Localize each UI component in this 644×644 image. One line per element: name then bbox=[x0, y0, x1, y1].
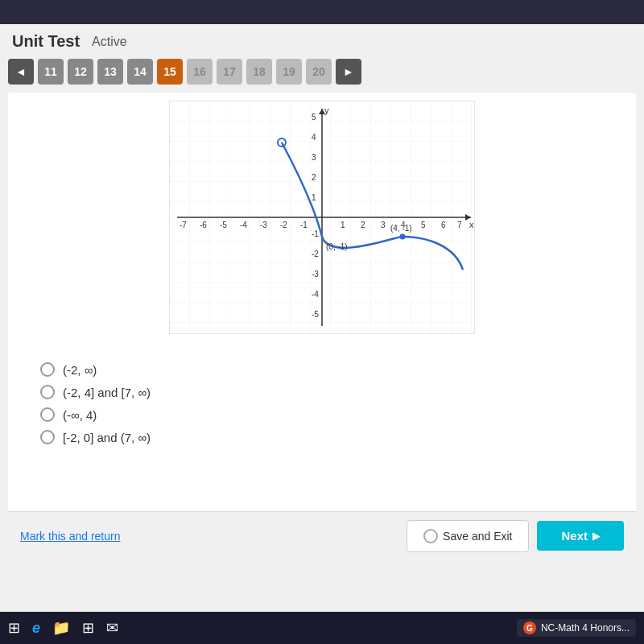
svg-text:-7: -7 bbox=[180, 221, 187, 229]
active-status: Active bbox=[92, 35, 127, 49]
svg-text:2: 2 bbox=[312, 173, 316, 182]
save-exit-button[interactable]: Save and Exit bbox=[407, 520, 529, 552]
unit-test-title: Unit Test bbox=[12, 32, 80, 51]
option-3-label: (-∞, 4) bbox=[63, 408, 97, 422]
page-19-button[interactable]: 19 bbox=[276, 59, 302, 85]
option-2-label: (-2, 4] and [7, ∞) bbox=[63, 386, 151, 399]
page-15-button[interactable]: 15 bbox=[157, 59, 183, 85]
point0-label: (0, -1) bbox=[326, 242, 348, 251]
option-4-radio[interactable] bbox=[40, 430, 55, 444]
page-navigation: ◄ 11 12 13 14 15 16 17 18 19 20 ► bbox=[0, 55, 644, 89]
x-axis-label: x bbox=[469, 220, 474, 229]
svg-text:4: 4 bbox=[312, 133, 316, 142]
taskbar-mail[interactable]: ✉ bbox=[106, 619, 118, 637]
point4-dot bbox=[400, 234, 406, 240]
taskbar: ⊞ e 📁 ⊞ ✉ G NC-Math 4 Honors... bbox=[0, 612, 644, 644]
option-3-row[interactable]: (-∞, 4) bbox=[40, 407, 604, 422]
svg-text:-3: -3 bbox=[260, 221, 267, 229]
option-3-radio[interactable] bbox=[40, 407, 55, 422]
answer-options: (-2, ∞) (-2, 4] and [7, ∞) (-∞, 4) [-2, … bbox=[16, 346, 628, 460]
header: Unit Test Active bbox=[0, 24, 644, 55]
svg-text:-2: -2 bbox=[280, 221, 287, 229]
prev-page-button[interactable]: ◄ bbox=[8, 59, 34, 85]
svg-text:3: 3 bbox=[312, 153, 316, 162]
svg-text:-6: -6 bbox=[200, 221, 207, 229]
svg-text:2: 2 bbox=[361, 221, 365, 229]
option-2-radio[interactable] bbox=[40, 385, 55, 399]
svg-text:1: 1 bbox=[341, 221, 345, 229]
page-17-button[interactable]: 17 bbox=[217, 59, 242, 85]
svg-text:7: 7 bbox=[457, 221, 462, 229]
top-bar bbox=[0, 0, 644, 24]
svg-text:-1: -1 bbox=[300, 221, 308, 229]
option-2-row[interactable]: (-2, 4] and [7, ∞) bbox=[40, 385, 604, 399]
next-button[interactable]: Next bbox=[537, 521, 624, 551]
page-13-button[interactable]: 13 bbox=[97, 59, 123, 85]
next-page-button[interactable]: ► bbox=[336, 59, 361, 85]
page-18-button[interactable]: 18 bbox=[246, 59, 272, 85]
point4-label: (4, -1) bbox=[390, 224, 412, 233]
svg-text:-5: -5 bbox=[220, 221, 227, 229]
svg-text:-4: -4 bbox=[312, 290, 319, 299]
option-1-row[interactable]: (-2, ∞) bbox=[40, 362, 604, 377]
svg-text:6: 6 bbox=[441, 221, 446, 229]
svg-text:5: 5 bbox=[312, 113, 316, 122]
svg-text:-5: -5 bbox=[312, 310, 319, 319]
taskbar-edge[interactable]: e bbox=[32, 620, 40, 637]
page-16-button[interactable]: 16 bbox=[187, 59, 213, 85]
svg-text:-3: -3 bbox=[312, 270, 319, 279]
graph-container: x y 1 2 3 4 5 6 7 -1 -2 -3 -4 -5 -6 -7 1… bbox=[16, 101, 628, 334]
svg-text:-4: -4 bbox=[240, 221, 247, 229]
svg-text:3: 3 bbox=[381, 221, 386, 229]
page-14-button[interactable]: 14 bbox=[127, 59, 153, 85]
content-area: x y 1 2 3 4 5 6 7 -1 -2 -3 -4 -5 -6 -7 1… bbox=[8, 93, 636, 559]
chrome-tab-label: NC-Math 4 Honors... bbox=[541, 622, 630, 634]
option-1-label: (-2, ∞) bbox=[63, 363, 97, 377]
page-20-button[interactable]: 20 bbox=[306, 59, 332, 85]
page-12-button[interactable]: 12 bbox=[68, 59, 93, 85]
chrome-icon: G bbox=[523, 621, 536, 634]
svg-text:-2: -2 bbox=[312, 250, 319, 258]
y-axis-label: y bbox=[324, 105, 329, 115]
bottom-bar: Mark this and return Save and Exit Next bbox=[8, 511, 636, 559]
mark-return-link[interactable]: Mark this and return bbox=[20, 530, 121, 543]
svg-text:5: 5 bbox=[421, 221, 426, 229]
taskbar-files[interactable]: 📁 bbox=[52, 619, 70, 637]
option-4-row[interactable]: [-2, 0] and (7, ∞) bbox=[40, 430, 604, 444]
main-content: Unit Test Active ◄ 11 12 13 14 15 16 17 … bbox=[0, 24, 644, 612]
option-1-radio[interactable] bbox=[40, 362, 55, 377]
taskbar-chrome-item[interactable]: G NC-Math 4 Honors... bbox=[517, 619, 636, 637]
svg-text:-1: -1 bbox=[312, 229, 319, 238]
svg-text:1: 1 bbox=[312, 193, 316, 202]
taskbar-app1[interactable]: ⊞ bbox=[8, 619, 20, 637]
page-11-button[interactable]: 11 bbox=[38, 59, 64, 85]
option-4-label: [-2, 0] and (7, ∞) bbox=[63, 431, 151, 444]
graph: x y 1 2 3 4 5 6 7 -1 -2 -3 -4 -5 -6 -7 1… bbox=[169, 101, 475, 334]
taskbar-app4[interactable]: ⊞ bbox=[82, 619, 94, 637]
